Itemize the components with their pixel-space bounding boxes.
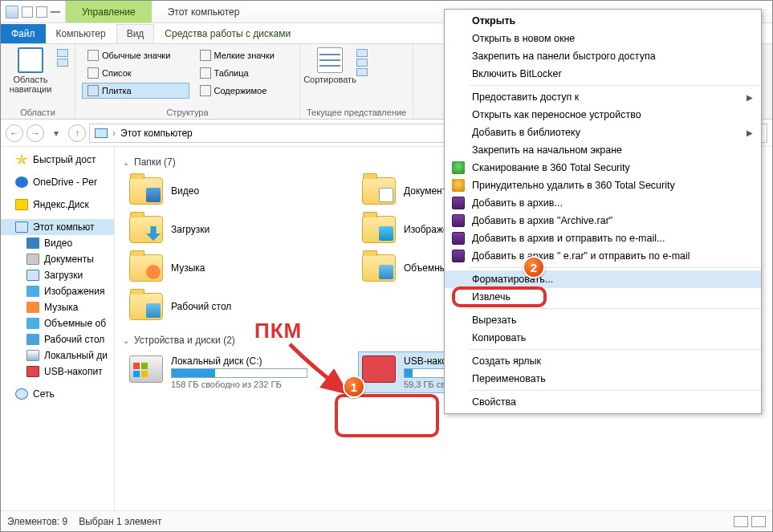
layout-tile[interactable]: Плитка	[82, 83, 189, 99]
folder-icon	[362, 254, 396, 282]
qat-item[interactable]	[22, 6, 33, 18]
ctx-create-shortcut[interactable]: Создать ярлык	[445, 352, 761, 370]
status-item-count: Элементов: 9	[7, 516, 67, 527]
ctx-copy[interactable]: Копировать	[445, 329, 761, 347]
separator	[469, 308, 760, 309]
qat-item[interactable]	[36, 6, 47, 18]
tab-computer[interactable]: Компьютер	[46, 24, 116, 43]
nav-pane-icon	[18, 47, 43, 73]
nav-pane-label: Область навигации	[10, 75, 52, 94]
ctx-pin-quick-access[interactable]: Закрепить на панели быстрого доступа	[445, 47, 761, 65]
tree-downloads[interactable]: Загрузки	[1, 267, 114, 283]
tree-images[interactable]: Изображения	[1, 283, 114, 299]
annotation-highlight-usb	[335, 394, 439, 437]
layout-list[interactable]: Список	[82, 65, 189, 81]
nav-pane-button[interactable]: Область навигации	[7, 47, 54, 94]
app-icon	[6, 6, 18, 18]
ribbon-group-panes: Область навигации Области	[1, 44, 75, 119]
separator	[469, 349, 760, 350]
ctx-rename[interactable]: Переименовать	[445, 370, 761, 388]
tree-network[interactable]: Сеть	[1, 386, 114, 402]
view-details-button[interactable]	[734, 516, 748, 527]
annotation-highlight-format	[452, 286, 547, 307]
folder-desktop[interactable]: Рабочий стол	[126, 290, 343, 323]
folder-icon	[129, 254, 163, 282]
ctx-pin-start[interactable]: Закрепить на начальном экране	[445, 141, 761, 159]
view-tiles-button[interactable]	[751, 516, 766, 527]
tree-3d-objects[interactable]: Объемные об	[1, 315, 114, 331]
ctx-open-portable[interactable]: Открыть как переносное устройство	[445, 106, 761, 124]
group-by-toggle[interactable]	[356, 49, 368, 57]
status-selection: Выбран 1 элемент	[79, 516, 161, 527]
usb-drive-icon	[362, 355, 396, 383]
archive-icon	[452, 214, 465, 227]
preview-pane-toggle[interactable]	[57, 49, 68, 57]
tree-desktop[interactable]: Рабочий стол	[1, 331, 114, 347]
sort-label: Сортировать	[303, 75, 356, 84]
layout-table[interactable]: Таблица	[194, 65, 293, 81]
chevron-down-icon: ⌄	[123, 158, 129, 167]
shield-icon	[452, 179, 465, 192]
qat-dropdown[interactable]	[51, 11, 60, 13]
tree-music[interactable]: Музыка	[1, 299, 114, 315]
layout-content[interactable]: Содержимое	[194, 83, 293, 99]
window-title: Этот компьютер	[152, 1, 256, 22]
group-label-layout: Структура	[82, 106, 293, 117]
nav-tree[interactable]: Быстрый дост OneDrive - Per Яндекс.Диск …	[1, 147, 115, 510]
ctx-add-archive-email[interactable]: Добавить в архив и отправить по e-mail..…	[445, 229, 761, 247]
view-toggles	[356, 47, 368, 84]
ctx-cut[interactable]: Вырезать	[445, 311, 761, 329]
status-bar: Элементов: 9 Выбран 1 элемент	[1, 510, 772, 531]
layout-small-icons[interactable]: Мелкие значки	[194, 47, 293, 63]
separator	[469, 85, 760, 86]
ctx-360-scan[interactable]: Сканирование в 360 Total Security	[445, 159, 761, 177]
archive-icon	[452, 250, 465, 262]
tree-yandex-disk[interactable]: Яндекс.Диск	[1, 197, 114, 213]
tree-quick-access[interactable]: Быстрый дост	[1, 152, 114, 168]
folder-downloads[interactable]: Загрузки	[126, 213, 343, 246]
separator	[469, 390, 760, 391]
separator	[469, 267, 760, 268]
tab-file[interactable]: Файл	[1, 24, 46, 43]
tree-video[interactable]: Видео	[1, 235, 114, 251]
size-columns-toggle[interactable]	[356, 68, 368, 76]
folder-icon	[362, 177, 396, 205]
add-columns-toggle[interactable]	[356, 59, 368, 67]
ctx-enable-bitlocker[interactable]: Включить BitLocker	[445, 65, 761, 83]
address-segment[interactable]: Этот компьютер	[120, 128, 193, 139]
tab-view[interactable]: Вид	[116, 24, 155, 43]
nav-recent-dropdown[interactable]: ▾	[47, 124, 65, 142]
pane-toggles	[57, 47, 68, 94]
tree-documents[interactable]: Документы	[1, 251, 114, 267]
ctx-format[interactable]: Форматировать...	[445, 270, 761, 288]
ctx-open-new-window[interactable]: Открыть в новом окне	[445, 30, 761, 47]
ctx-open[interactable]: Открыть	[445, 12, 761, 30]
sort-button[interactable]: Сортировать	[307, 47, 353, 84]
folder-icon	[129, 216, 163, 243]
layout-regular-icons[interactable]: Обычные значки	[82, 47, 189, 63]
contextual-tab-manage: Управление	[66, 1, 152, 22]
group-label-current-view: Текущее представление	[307, 106, 406, 117]
tree-local-disk-c[interactable]: Локальный ди	[1, 347, 114, 363]
ctx-properties[interactable]: Свойства	[445, 393, 761, 411]
ctx-add-archive[interactable]: Добавить в архив...	[445, 194, 761, 212]
nav-back-button[interactable]: ←	[6, 124, 23, 142]
tree-this-pc[interactable]: Этот компьют	[1, 219, 114, 235]
nav-up-button[interactable]: ↑	[68, 124, 86, 142]
ctx-add-library[interactable]: Добавить в библиотеку▶	[445, 124, 761, 141]
chevron-right-icon: ›	[112, 128, 116, 139]
ctx-360-force-delete[interactable]: Принудительно удалить в 360 Total Securi…	[445, 177, 761, 194]
ctx-add-archive-rar[interactable]: Добавить в архив "Archive.rar"	[445, 212, 761, 229]
nav-forward-button[interactable]: →	[26, 124, 44, 142]
tab-disk-tools[interactable]: Средства работы с дисками	[154, 24, 301, 43]
details-pane-toggle[interactable]	[57, 59, 68, 67]
drive-icon	[129, 355, 163, 383]
folder-icon	[129, 177, 163, 205]
tree-usb-drive[interactable]: USB-накопит	[1, 363, 114, 380]
ctx-add-archive-rar-email[interactable]: Добавить в архив " e.rar" и отправить по…	[445, 247, 761, 265]
folder-music[interactable]: Музыка	[126, 251, 343, 285]
folder-video[interactable]: Видео	[126, 174, 343, 208]
ctx-give-access[interactable]: Предоставить доступ к▶	[445, 88, 761, 106]
annotation-step-2: 2	[523, 256, 545, 278]
tree-onedrive[interactable]: OneDrive - Per	[1, 174, 114, 190]
